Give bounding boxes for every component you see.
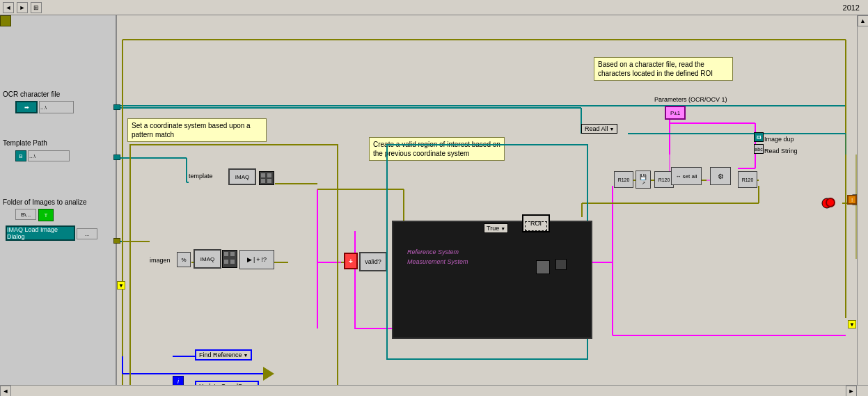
ocr-file-block: ➡ bbox=[15, 101, 38, 113]
imaq-node2: IMAQ bbox=[194, 249, 221, 269]
connect-block: ⚙ bbox=[710, 167, 731, 185]
meas-system-label: Measurement System bbox=[407, 258, 468, 265]
terminal-folder bbox=[113, 238, 120, 244]
connector-right1 bbox=[555, 259, 567, 270]
back-icon[interactable]: ◄ bbox=[3, 2, 14, 13]
ref-system-label: Reference System bbox=[407, 248, 459, 255]
r120-block3: R120 bbox=[738, 171, 757, 188]
save-icon-block: 💾↗ bbox=[636, 171, 651, 189]
terminal-template bbox=[113, 155, 120, 160]
read-string-icon: abc bbox=[754, 144, 764, 154]
read-string-label: Read String bbox=[764, 148, 798, 155]
set-all-block: ↔set all bbox=[671, 167, 702, 185]
template-path-label: Template Path bbox=[3, 139, 47, 147]
red-output-dot bbox=[826, 198, 835, 207]
tooltip-coord-system: Set a coordinate system based upon a pat… bbox=[127, 118, 267, 142]
folder-block: B\... bbox=[15, 209, 36, 220]
add-block: ▶|+!? bbox=[239, 250, 274, 269]
scroll-arrow-down[interactable]: ▼ bbox=[117, 281, 125, 290]
canvas-area: OCR character file ➡ ...\ Template Path … bbox=[0, 15, 868, 396]
image-dup-icon: 🖼 bbox=[754, 132, 764, 142]
folder-t-block: T bbox=[38, 209, 54, 221]
scroll-arrow-right[interactable]: ▼ bbox=[848, 320, 856, 328]
dark-inner-box: True Reference System Measurement System bbox=[392, 221, 592, 339]
roi-icon bbox=[525, 221, 547, 231]
tooltip-read-chars: Based on a character file, read the char… bbox=[594, 57, 733, 81]
scrollbar-right[interactable]: ▲ ▼ bbox=[857, 15, 868, 396]
merge-node bbox=[263, 367, 274, 381]
titlebar-icons: ◄ ► ⊞ bbox=[3, 2, 42, 13]
titlebar: ◄ ► ⊞ 2012 bbox=[0, 0, 868, 15]
template-path-value[interactable]: ...\ bbox=[28, 150, 70, 161]
top-nav-node bbox=[0, 15, 11, 26]
template-path-block: B bbox=[15, 150, 26, 161]
r120-block1: R120 bbox=[614, 171, 633, 188]
error-terminal: ! bbox=[847, 195, 857, 205]
scroll-right-btn[interactable]: ► bbox=[846, 386, 857, 396]
ocr-file-value[interactable]: ...\ bbox=[39, 101, 74, 113]
ocr-label: OCR character file bbox=[3, 90, 60, 98]
find-reference-dropdown[interactable]: Find Reference bbox=[195, 349, 252, 361]
imaq-load-block: IMAQ Load Image Dialog bbox=[6, 225, 75, 241]
scroll-left-btn[interactable]: ◄ bbox=[0, 386, 11, 396]
read-all-dropdown[interactable]: Read All bbox=[581, 124, 617, 134]
terminal-ocr bbox=[113, 104, 120, 110]
imagen-node-label: imagen bbox=[150, 257, 171, 264]
scrollbar-bottom[interactable]: ◄ ► bbox=[0, 385, 868, 396]
imaq-dots-block bbox=[222, 250, 237, 268]
valid-block: valid? bbox=[359, 252, 387, 271]
add-node: + bbox=[344, 253, 358, 269]
params-ocr-label: Parameters (OCR/OCV 1) bbox=[654, 96, 727, 103]
percent-block: % bbox=[177, 252, 191, 267]
folder-label: Folder of Images to analize bbox=[3, 198, 87, 206]
true-dropdown[interactable]: True bbox=[484, 223, 508, 233]
image-dup-label: Image dup bbox=[764, 136, 794, 143]
inner-connector bbox=[536, 260, 550, 274]
year-label: 2012 bbox=[843, 3, 865, 12]
imaq-load-out: ... bbox=[77, 228, 97, 239]
forward-icon[interactable]: ► bbox=[17, 2, 28, 13]
grid-icon[interactable]: ⊞ bbox=[31, 2, 42, 13]
scroll-up-btn[interactable]: ▲ bbox=[858, 15, 869, 26]
params-block: P±1 bbox=[665, 106, 686, 120]
